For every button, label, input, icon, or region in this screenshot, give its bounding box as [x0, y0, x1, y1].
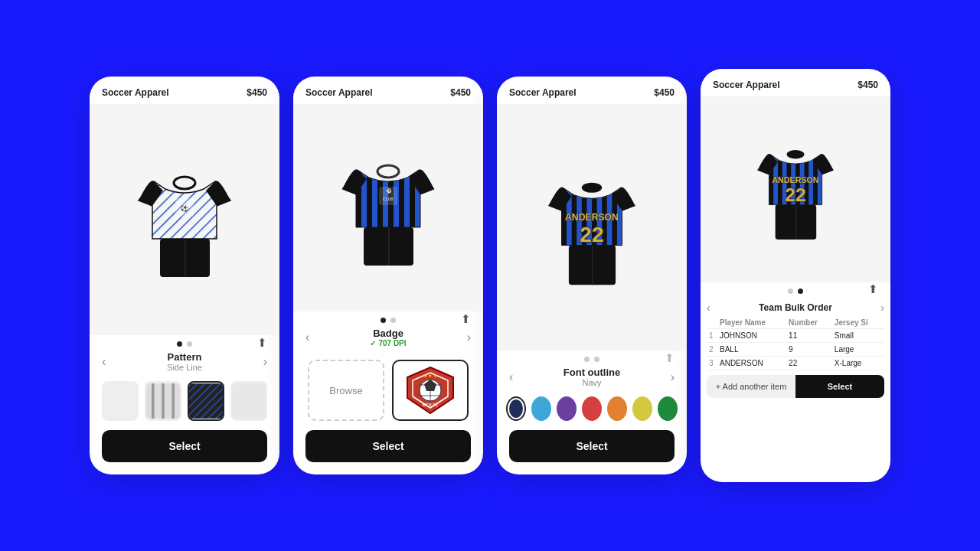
- browse-label: Browse: [329, 385, 362, 396]
- row1-number: 11: [786, 328, 832, 342]
- pattern-thumb-3[interactable]: [188, 381, 224, 421]
- svg-rect-34: [592, 246, 593, 285]
- font-label-sub: Navy: [564, 378, 620, 387]
- svg-text:ANDERSON: ANDERSON: [565, 212, 619, 223]
- row1-name: JOHNSON: [717, 328, 786, 342]
- add-select-row: + Add another item Select: [707, 375, 884, 398]
- badge-svg: ★ ★ ★ KICK FC: [400, 364, 461, 417]
- check-icon: ✓: [370, 339, 376, 347]
- swatch-yellow[interactable]: [632, 396, 652, 421]
- add-item-label: + Add another item: [716, 382, 787, 391]
- prev-arrow-2[interactable]: ‹: [305, 331, 309, 344]
- swatch-red[interactable]: [582, 396, 602, 421]
- bulk-title: Team Bulk Order: [710, 302, 881, 313]
- next-arrow-2[interactable]: ›: [467, 331, 471, 344]
- next-arrow-3[interactable]: ›: [671, 370, 675, 384]
- svg-text:⚽: ⚽: [386, 188, 392, 194]
- card3-select-button[interactable]: Select: [509, 430, 675, 462]
- add-item-button[interactable]: + Add another item: [707, 375, 795, 398]
- dot-active: [177, 341, 182, 347]
- card4-jersey-image: ANDERSON 22: [750, 135, 841, 243]
- share-icon-2[interactable]: ⬆: [461, 312, 471, 326]
- row1-num: 1: [707, 328, 717, 342]
- swatch-green[interactable]: [658, 396, 678, 421]
- share-icon[interactable]: ⬆: [257, 336, 267, 350]
- card1-select-button[interactable]: Select: [102, 430, 267, 462]
- swatch-purple[interactable]: [557, 396, 577, 421]
- table-row: 1 JOHNSON 11 Small: [707, 328, 884, 342]
- row1-size: Small: [832, 328, 884, 342]
- pattern-label-main: Pattern: [167, 351, 202, 363]
- card4-price: $450: [858, 80, 878, 90]
- card1-price: $450: [247, 87, 267, 98]
- svg-text:KICK FC: KICK FC: [423, 403, 439, 407]
- svg-rect-14: [189, 383, 223, 419]
- prev-arrow[interactable]: ‹: [102, 355, 106, 369]
- dpi-value: 707 DPI: [378, 339, 406, 347]
- bulk-table-header: Player Name Number Jersey Si: [707, 317, 884, 329]
- table-row: 3 ANDERSON 22 X-Large: [707, 356, 884, 370]
- row2-size: Large: [832, 342, 884, 356]
- svg-text:★ ★ ★: ★ ★ ★: [423, 373, 437, 378]
- card2-select-button[interactable]: Select: [305, 430, 471, 462]
- card2-title: Soccer Apparel: [305, 87, 373, 98]
- card1-dots: ⬆: [90, 335, 279, 350]
- bulk-title-row: ‹ Team Bulk Order ›: [707, 297, 884, 317]
- svg-text:22: 22: [785, 185, 805, 206]
- prev-arrow-3[interactable]: ‹: [509, 370, 513, 384]
- row3-number: 22: [786, 356, 832, 370]
- row2-num: 2: [707, 342, 717, 356]
- card3-title: Soccer Apparel: [509, 87, 577, 98]
- dot-inactive-4a: [788, 289, 793, 294]
- card-badge: Soccer Apparel $450 ⚽ CLUB ⬆: [293, 77, 483, 474]
- font-label-main: Font outline: [564, 367, 620, 378]
- badge-browse-button[interactable]: Browse: [308, 360, 384, 421]
- swatch-orange[interactable]: [607, 396, 627, 421]
- pattern-thumb-4[interactable]: [230, 381, 267, 421]
- dot-active-2: [381, 318, 386, 323]
- share-icon-4[interactable]: ⬆: [868, 282, 878, 296]
- card4-dots: ⬆: [701, 282, 890, 297]
- bulk-order-section: ‹ Team Bulk Order › Player Name Number J…: [701, 297, 890, 483]
- row3-size: X-Large: [832, 356, 884, 370]
- svg-point-42: [786, 150, 804, 159]
- badge-label-main: Badge: [373, 328, 403, 339]
- dot-inactive-2: [390, 318, 396, 323]
- swatch-navy[interactable]: [506, 396, 526, 421]
- card4-jersey-area: ANDERSON 22: [701, 96, 890, 282]
- svg-text:22: 22: [580, 222, 603, 246]
- pattern-thumb-2[interactable]: [145, 381, 181, 421]
- pattern-thumbnails: [90, 378, 279, 430]
- card4-title: Soccer Apparel: [713, 80, 780, 90]
- svg-rect-6: [103, 383, 137, 419]
- svg-text:⚽: ⚽: [181, 204, 188, 212]
- bulk-table-body: 1 JOHNSON 11 Small 2 BALL 9 Large 3 ANDE…: [707, 328, 884, 370]
- card2-header: Soccer Apparel $450: [293, 77, 483, 104]
- card2-jersey-image: ⚽ CLUB: [335, 147, 442, 269]
- share-icon-3[interactable]: ⬆: [665, 351, 675, 365]
- card-pattern: Soccer Apparel $450 ⚽: [90, 77, 279, 474]
- card2-dots: ⬆: [293, 311, 483, 326]
- swatch-blue[interactable]: [531, 396, 551, 421]
- card-font: Soccer Apparel $450 ANDERSON 22: [497, 77, 687, 474]
- dot-inactive: [187, 341, 192, 347]
- bulk-select-button[interactable]: Select: [795, 375, 884, 398]
- svg-rect-2: [185, 239, 186, 277]
- card1-nav: ‹ Pattern Side Line ›: [90, 350, 279, 378]
- badge-label: Badge ✓ 707 DPI: [370, 328, 406, 347]
- pattern-thumb-1[interactable]: [102, 381, 139, 421]
- badge-upload-area: Browse ★ ★ ★ KICK FC: [293, 354, 483, 430]
- dot-inactive-3a: [584, 357, 590, 362]
- svg-point-3: [174, 177, 195, 189]
- card1-title: Soccer Apparel: [102, 87, 169, 98]
- svg-text:ANDERSON: ANDERSON: [772, 175, 818, 184]
- row2-name: BALL: [717, 342, 786, 356]
- row3-name: ANDERSON: [717, 356, 786, 370]
- bulk-table: Player Name Number Jersey Si 1 JOHNSON 1…: [707, 317, 884, 370]
- next-arrow[interactable]: ›: [263, 355, 267, 369]
- card2-nav: ‹ Badge ✓ 707 DPI ›: [293, 326, 483, 354]
- col-number: Number: [786, 317, 832, 329]
- svg-rect-15: [232, 383, 266, 419]
- bulk-next-arrow[interactable]: ›: [880, 302, 884, 314]
- card1-header: Soccer Apparel $450: [90, 77, 279, 104]
